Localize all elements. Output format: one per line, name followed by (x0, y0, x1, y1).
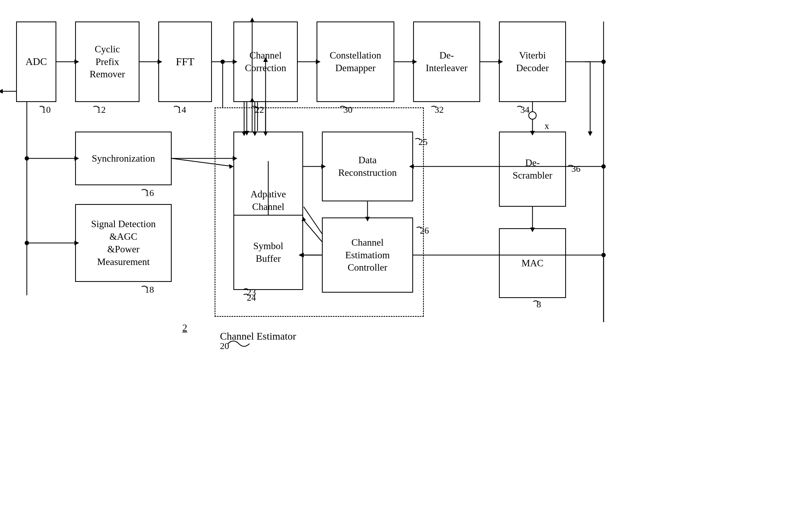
num-10: 10 (42, 105, 51, 115)
cyclic-prefix-label: CyclicPrefixRemover (90, 43, 125, 80)
fft-block: FFT (158, 21, 212, 102)
synchronization-label: Synchronization (92, 152, 155, 165)
num-20: 20 (220, 341, 229, 351)
cyclic-prefix-remover-block: CyclicPrefixRemover (75, 21, 139, 102)
num-8: 8 (536, 299, 541, 309)
deinterleaver-block: De-Interleaver (413, 21, 480, 102)
svg-marker-14 (588, 131, 592, 136)
fft-label: FFT (176, 55, 194, 69)
descrambler-block: De-Scrambler (499, 131, 566, 207)
svg-point-45 (601, 60, 606, 64)
adc-label: ADC (25, 55, 47, 68)
svg-point-58 (25, 241, 29, 245)
num-36: 36 (571, 164, 581, 174)
mac-block: MAC (499, 228, 566, 298)
ref-2-label: 2 (183, 322, 187, 333)
num-16: 16 (145, 188, 154, 198)
svg-marker-68 (0, 89, 3, 93)
constellation-demapper-block: ConstellationDemapper (317, 21, 394, 102)
signal-detection-label: Signal Detection&AGC&PowerMeasurement (91, 218, 156, 268)
descrambler-label: De-Scrambler (513, 157, 552, 182)
svg-point-47 (221, 60, 225, 64)
mac-label: MAC (522, 257, 544, 270)
svg-point-57 (25, 156, 29, 161)
viterbi-decoder-block: ViterbiDecoder (499, 21, 566, 102)
adc-block: ADC (16, 21, 56, 102)
num-34: 34 (521, 105, 530, 115)
channel-estimator-label: Channel Estimator (220, 330, 296, 342)
synchronization-block: Synchronization (75, 131, 172, 185)
channel-estimator-dashed-box (214, 107, 424, 317)
svg-point-46 (601, 164, 606, 168)
channel-correction-block: ChannelCorrection (233, 21, 298, 102)
num-x: x (545, 121, 549, 131)
signal-detection-block: Signal Detection&AGC&PowerMeasurement (75, 204, 172, 282)
channel-correction-label: ChannelCorrection (245, 49, 286, 74)
num-14: 14 (177, 105, 186, 115)
svg-point-71 (529, 112, 536, 119)
num-18: 18 (145, 285, 154, 294)
deinterleaver-label: De-Interleaver (426, 49, 468, 74)
viterbi-label: ViterbiDecoder (516, 49, 549, 74)
svg-point-44 (601, 253, 606, 257)
num-12: 12 (97, 105, 106, 115)
num-32: 32 (435, 105, 444, 115)
constellation-label: ConstellationDemapper (330, 49, 381, 74)
